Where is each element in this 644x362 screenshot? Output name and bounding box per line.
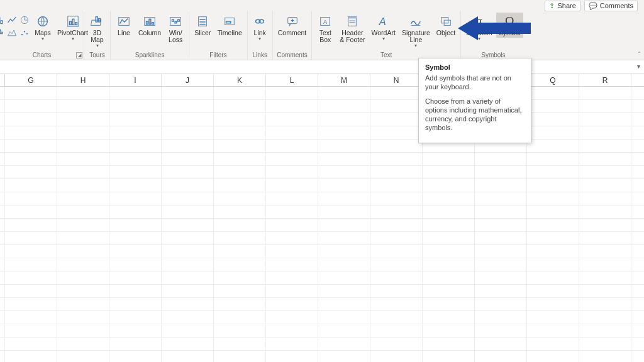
cell[interactable] [5,245,57,258]
cell[interactable] [57,87,109,99]
cell[interactable] [109,113,162,126]
cell[interactable] [527,192,579,205]
cell[interactable] [579,166,631,178]
cell[interactable] [475,351,527,362]
cell[interactable] [475,179,527,192]
cell[interactable] [370,298,423,310]
cell[interactable] [527,100,579,112]
cell[interactable] [579,100,631,112]
cell[interactable] [318,140,370,152]
cell[interactable] [214,219,266,231]
cell[interactable] [214,206,266,218]
cell[interactable] [162,126,214,139]
cell[interactable] [370,153,423,165]
cell[interactable] [423,166,475,178]
cell[interactable] [318,192,370,205]
cell[interactable] [579,245,631,258]
cell[interactable] [318,113,370,126]
cell[interactable] [423,351,475,362]
cell[interactable] [5,311,57,324]
cell[interactable] [109,219,162,231]
cell[interactable] [109,298,162,310]
cell[interactable] [423,285,475,297]
cell[interactable] [162,232,214,244]
cell[interactable] [318,351,370,362]
cell[interactable] [370,258,423,271]
cell[interactable] [527,351,579,362]
cell[interactable] [162,258,214,271]
cell[interactable] [214,298,266,310]
cell[interactable] [5,166,57,178]
cell[interactable] [57,100,109,112]
cell[interactable] [423,311,475,324]
cell[interactable] [5,351,57,362]
cell[interactable] [423,219,475,231]
cell[interactable] [57,272,109,284]
cell[interactable] [318,245,370,258]
cell[interactable] [109,126,162,139]
cell[interactable] [266,126,318,139]
cell[interactable] [266,272,318,284]
cell[interactable] [527,298,579,310]
cell[interactable] [318,206,370,218]
grid-row[interactable] [0,337,644,351]
cell[interactable] [475,206,527,218]
cell[interactable] [214,258,266,271]
link-button[interactable]: Link ▾ [249,13,270,43]
grid-row[interactable] [0,113,644,126]
cell[interactable] [109,272,162,284]
cell[interactable] [370,351,423,362]
cell[interactable] [318,166,370,178]
cell[interactable] [214,100,266,112]
cell[interactable] [370,179,423,192]
cell[interactable] [527,126,579,139]
cell[interactable] [109,258,162,271]
cell[interactable] [423,179,475,192]
cell[interactable] [162,272,214,284]
cell[interactable] [162,324,214,337]
cell[interactable] [109,324,162,337]
cell[interactable] [57,285,109,297]
cell[interactable] [214,153,266,165]
grid-row[interactable] [0,232,644,245]
cell[interactable] [579,140,631,152]
comments-button[interactable]: 💬 Comments [584,1,638,11]
cell[interactable] [579,192,631,205]
cell[interactable] [214,351,266,362]
grid-row[interactable] [0,351,644,362]
cell[interactable] [370,245,423,258]
cell[interactable] [370,285,423,297]
cell[interactable] [527,166,579,178]
cell[interactable] [579,324,631,337]
col-header[interactable]: G [5,74,57,86]
cell[interactable] [266,206,318,218]
col-header[interactable]: K [214,74,266,86]
cell[interactable] [423,245,475,258]
cell[interactable] [370,126,423,139]
cell[interactable] [475,298,527,310]
cell[interactable] [214,140,266,152]
grid-row[interactable] [0,219,644,232]
cell[interactable] [5,113,57,126]
grid-row[interactable] [0,298,644,311]
cell[interactable] [109,245,162,258]
cell[interactable] [57,140,109,152]
cell[interactable] [5,258,57,271]
collapse-ribbon-button[interactable]: ˆ [638,52,640,58]
grid-row[interactable] [0,166,644,179]
formula-bar[interactable]: ▾ [0,60,644,74]
cell[interactable] [5,272,57,284]
cell[interactable] [370,219,423,231]
cell[interactable] [423,324,475,337]
cell[interactable] [162,179,214,192]
cell[interactable] [57,113,109,126]
cell[interactable] [318,126,370,139]
worksheet-grid[interactable]: G H I J K L M N O P Q R [0,74,644,362]
cell[interactable] [5,153,57,165]
cell[interactable] [109,100,162,112]
cell[interactable] [57,324,109,337]
cell[interactable] [162,245,214,258]
cell[interactable] [475,166,527,178]
header-footer-button[interactable]: Header & Footer [337,13,367,45]
grid-row[interactable] [0,272,644,285]
